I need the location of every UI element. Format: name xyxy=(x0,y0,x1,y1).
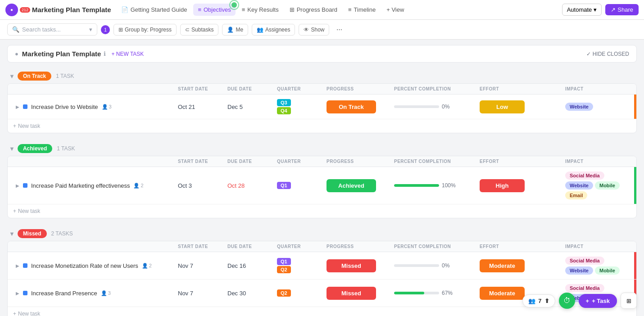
col-header-1: START DATE xyxy=(175,86,225,91)
col-header-2: DUE DATE xyxy=(225,244,274,249)
add-task-button[interactable]: + + Task xyxy=(579,294,617,308)
task-row-t3[interactable]: ▶Increase Monetization Rate of new Users… xyxy=(8,252,636,279)
col-header-7: IMPACT xyxy=(562,159,631,164)
impact-tag: Website xyxy=(565,103,593,111)
timer-button[interactable]: ⏱ xyxy=(559,293,575,309)
percent-cell: 100% xyxy=(391,182,477,189)
col-header-5: PERCENT COMPLETION xyxy=(391,244,477,249)
share-button[interactable]: ↗ Share xyxy=(605,4,639,15)
col-header-4: PROGRESS xyxy=(324,159,391,164)
col-header-4: PROGRESS xyxy=(324,86,391,91)
tab-getting-started[interactable]: 📄 Getting Started Guide xyxy=(117,4,192,16)
percent-cell: 0% xyxy=(391,262,477,269)
new-task-row[interactable]: + New task xyxy=(8,119,636,133)
effort-pill: Low xyxy=(480,100,525,113)
more-options-button[interactable]: ⋯ xyxy=(333,24,346,35)
person-icon: 👤 xyxy=(142,263,148,269)
subtask-count: 👤 3 xyxy=(101,290,111,296)
quarter-tag: Q4 xyxy=(277,107,291,114)
tab-progress-board[interactable]: ⊞ Progress Board xyxy=(285,4,342,16)
clock-icon: ⏱ xyxy=(563,297,571,305)
doc-icon: 📄 xyxy=(121,6,128,13)
percent-text: 67% xyxy=(442,290,453,296)
expand-icon[interactable]: ▶ xyxy=(16,104,19,109)
section-toggle-on-track[interactable]: ▼ xyxy=(9,73,15,80)
col-header-2: DUE DATE xyxy=(225,159,274,164)
impact-cell: Website xyxy=(562,103,631,111)
impact-tag: Social Media xyxy=(565,284,604,292)
impact-cell: Social MediaWebsiteMobileEmail xyxy=(562,172,631,199)
section-toggle-achieved[interactable]: ▼ xyxy=(9,145,15,152)
percent-text: 0% xyxy=(442,104,449,110)
tab-view[interactable]: + View xyxy=(382,4,408,16)
expand-icon[interactable]: ▶ xyxy=(16,183,19,188)
tab-timeline[interactable]: ≡ Timeline xyxy=(344,4,380,16)
due-date: Dec 30 xyxy=(225,290,274,297)
table-row: ▶Increase Drive to Website👤 3Oct 21Dec 5… xyxy=(8,95,636,119)
quarter-tag: Q1 xyxy=(277,182,291,189)
main-content: ● Marketing Plan Template ℹ + NEW TASK ✓… xyxy=(0,40,644,316)
progress-bar-fill xyxy=(394,292,424,294)
section-toggle-missed[interactable]: ▼ xyxy=(9,230,15,237)
task-name-cell: ▶Increase Brand Presence👤 3 xyxy=(13,290,175,297)
filter-badge: 1 xyxy=(101,25,110,34)
effort-pill: Moderate xyxy=(480,259,525,272)
search-box[interactable]: 🔍 Search tasks... ▾ xyxy=(7,23,97,36)
section-count-on-track: 1 TASK xyxy=(56,73,74,79)
automate-button[interactable]: Automate ▾ xyxy=(562,4,602,16)
task-name: Increase Paid Marketing effectiveness xyxy=(31,182,130,189)
section-header-missed: ▼Missed2 TASKS xyxy=(7,226,637,241)
col-header-2: DUE DATE xyxy=(225,86,274,91)
due-date: Dec 5 xyxy=(225,104,274,110)
tab-key-results[interactable]: ≡ Key Results xyxy=(237,4,283,16)
chevron-down-icon: ▾ xyxy=(89,26,92,33)
page-collapse-icon[interactable]: ● xyxy=(15,50,18,57)
eye-icon: 👁 xyxy=(304,27,309,33)
task-count: 7 xyxy=(538,298,541,304)
plus-icon: + xyxy=(13,123,16,129)
start-date: Nov 7 xyxy=(175,290,225,297)
notification-badge: 212 xyxy=(20,7,30,13)
row-stripe xyxy=(634,167,636,204)
subtask-count: 👤 2 xyxy=(133,183,143,189)
quarter-cell: Q3Q4 xyxy=(274,99,324,114)
section-badge-achieved: Achieved xyxy=(18,144,52,153)
plus-icon: + xyxy=(586,298,590,304)
expand-icon[interactable]: ▶ xyxy=(16,263,19,268)
expand-icon[interactable]: ▶ xyxy=(16,291,19,296)
new-task-button[interactable]: + NEW TASK xyxy=(111,51,144,57)
assignees-icon: 👥 xyxy=(257,27,263,33)
task-count-badge[interactable]: 👥 7 ⬆ xyxy=(522,294,555,307)
hide-closed-button[interactable]: ✓ HIDE CLOSED xyxy=(586,51,629,57)
col-header-7: IMPACT xyxy=(562,86,631,91)
board-icon: ⊞ xyxy=(290,6,295,13)
person-icon: 👤 xyxy=(102,104,108,110)
impact-tag: Mobile xyxy=(595,266,620,275)
task-row-t1[interactable]: ▶Increase Drive to Website👤 3Oct 21Dec 5… xyxy=(8,95,636,119)
progress-pill: On Track xyxy=(327,100,376,113)
quarter-tag: Q1 xyxy=(277,258,291,265)
new-task-row[interactable]: + New task xyxy=(8,204,636,218)
grid-view-button[interactable]: ⊞ xyxy=(621,293,637,309)
progress-bar-bg xyxy=(394,184,439,187)
task-row-t2[interactable]: ▶Increase Paid Marketing effectiveness👤 … xyxy=(8,167,636,204)
nav-right: Automate ▾ ↗ Share xyxy=(562,4,639,16)
group-by-button[interactable]: ⊞ Group by: Progress xyxy=(113,24,177,36)
col-header-1: START DATE xyxy=(175,159,225,164)
row-stripe xyxy=(634,95,636,119)
show-button[interactable]: 👁 Show xyxy=(299,24,329,36)
start-date: Oct 3 xyxy=(175,182,225,189)
me-button[interactable]: 👤 Me xyxy=(222,24,248,36)
page-title: Marketing Plan Template xyxy=(22,50,101,58)
progress-bar-bg xyxy=(394,264,439,267)
subtasks-button[interactable]: ⊂ Subtasks xyxy=(180,24,218,36)
progress-pill: Achieved xyxy=(327,179,376,192)
progress-pill: Missed xyxy=(327,259,376,272)
section-on-track: ▼On Track1 TASKSTART DATEDUE DATEQUARTER… xyxy=(7,68,637,133)
top-nav: ● 212 Marketing Plan Template 📄 Getting … xyxy=(0,0,644,20)
plus-icon: + xyxy=(13,311,16,316)
task-name: Increase Brand Presence xyxy=(31,290,97,297)
impact-tag: Social Media xyxy=(565,172,604,180)
assignees-button[interactable]: 👥 Assignees xyxy=(252,24,295,36)
tab-objectives[interactable]: ≡ Objectives xyxy=(193,4,235,16)
